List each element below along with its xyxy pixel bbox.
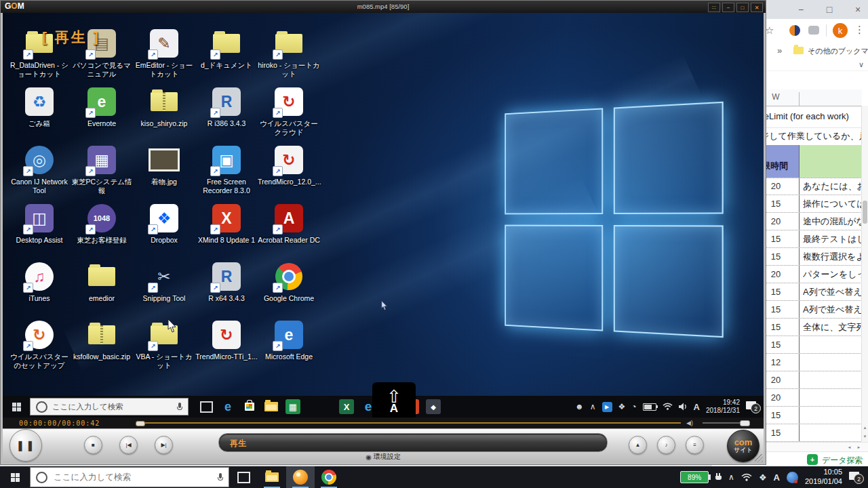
desktop-icon: ↻ ↗ TrendMicro_12.0_... xyxy=(258,144,320,203)
windows-icon xyxy=(12,403,21,411)
profile-avatar[interactable]: k xyxy=(833,23,848,38)
bookmark-star-icon[interactable]: ☆ xyxy=(765,24,774,37)
shortcut-arrow-icon: ↗ xyxy=(210,49,220,60)
bookmarks-overflow-icon[interactable]: » xyxy=(777,45,782,56)
taskbar-clock[interactable]: 10:05 2019/01/04 xyxy=(805,468,842,487)
preferences-button[interactable]: ◉ 環境設定 xyxy=(366,452,401,462)
sheet-cell-text[interactable]: 複数行選択をより xyxy=(803,248,862,265)
ime-indicator[interactable]: A xyxy=(774,472,780,483)
desktop-icon: ↗ ksfollow_basic.zip xyxy=(71,319,133,378)
explore-icon[interactable]: + xyxy=(807,454,818,465)
desktop-icon: ♫ ↗ iTunes xyxy=(8,261,71,319)
pause-button[interactable]: ❚❚ xyxy=(9,429,42,462)
sheet-cell-text[interactable]: A列で並べ替えする xyxy=(803,301,862,318)
file-explorer-button[interactable] xyxy=(258,466,286,488)
notification-center-icon[interactable]: 2 xyxy=(849,472,863,483)
sheet-cell-text[interactable]: 操作についてはよ xyxy=(803,195,862,212)
scroll-up-icon[interactable]: ▲ xyxy=(862,424,868,432)
sheet-cell-text[interactable] xyxy=(803,424,862,441)
app-tray-icon[interactable] xyxy=(787,472,798,483)
gom-titlebar[interactable]: GOM m085.mp4 [85/90] ∷ − □ ✕ xyxy=(1,1,766,13)
taskbar-search-box[interactable] xyxy=(30,467,229,487)
gom-maximize-button[interactable]: □ xyxy=(736,3,749,12)
stop-button[interactable]: ■ xyxy=(84,436,102,454)
sheet-cell-text[interactable]: 途中の混乱がなく xyxy=(803,213,862,230)
video-notification-icon: 2 xyxy=(746,401,760,412)
next-button[interactable]: ▶| xyxy=(155,436,173,454)
scroll-left-icon[interactable]: ◄ xyxy=(846,444,853,451)
video-surface[interactable]: ↗ R_DataDriven - ショートカット ▤ ↗ パソコンで見るマニュア… xyxy=(3,13,764,418)
sheet-cell-text[interactable]: A列で並べ替えする xyxy=(803,283,862,300)
shortcut-arrow-icon: ↗ xyxy=(23,49,33,60)
gom-menu-button[interactable]: ∷ xyxy=(708,3,720,12)
sheet-cell-text[interactable] xyxy=(803,336,862,353)
gom-player-taskbar-button[interactable] xyxy=(286,466,315,488)
video-clock-date: 2018/12/31 xyxy=(706,407,740,415)
desktop-icon: X ↗ XMind 8 Update 1 xyxy=(195,203,258,261)
desktop-icon-label: TrendMicro_12.0_... xyxy=(258,178,320,186)
volume-handle[interactable] xyxy=(740,420,750,426)
battery-indicator[interactable]: 89% xyxy=(680,471,709,483)
battery-icon xyxy=(643,403,656,411)
scroll-down-icon[interactable]: ▼ xyxy=(862,433,868,441)
eject-button[interactable]: ▲ xyxy=(629,436,647,454)
desktop-icon: ↻ ↗ ウイルスバスター クラウド xyxy=(258,86,320,144)
search-input[interactable] xyxy=(52,472,218,483)
wifi-icon[interactable] xyxy=(741,473,752,482)
shortcut-arrow-icon: ↗ xyxy=(148,49,158,60)
microphone-icon[interactable] xyxy=(218,473,223,482)
start-button[interactable] xyxy=(0,466,30,488)
browser-close-button[interactable]: × xyxy=(850,3,865,16)
audio-button[interactable]: ♪ xyxy=(657,436,675,454)
vertical-scrollbar[interactable]: ▲ ▼ xyxy=(861,106,868,442)
desktop-icon-label: kiso_shiryo.zip xyxy=(141,119,188,128)
shortcut-arrow-icon: ↗ xyxy=(273,341,283,351)
resize-grip[interactable] xyxy=(755,454,763,462)
shortcut-arrow-icon: ↗ xyxy=(210,283,220,293)
dropbox-icon[interactable]: ❖ xyxy=(759,472,767,483)
folder-icon xyxy=(151,92,178,111)
seek-handle[interactable] xyxy=(136,421,145,426)
sheet-cell-text[interactable]: 最終テストはしっ xyxy=(803,230,862,247)
sheet-cell-text[interactable] xyxy=(803,371,862,388)
gom-seek-strip: 00:00:00/00:00:42 ◀) xyxy=(3,418,764,428)
scrollbar-thumb[interactable] xyxy=(863,201,867,224)
browser-maximize-button[interactable]: □ xyxy=(822,3,837,16)
browser-minimize-button[interactable]: − xyxy=(793,3,808,16)
gom-status-text: 再生 xyxy=(230,438,246,449)
shortcut-arrow-icon: ↗ xyxy=(148,224,158,235)
other-bookmarks-label[interactable]: その他のブックマーク xyxy=(808,46,868,56)
sheet-cell-text[interactable]: あなたには、お題 xyxy=(803,178,862,195)
gom-minimize-button[interactable]: − xyxy=(722,3,734,12)
desktop-icon: e ↗ Evernote xyxy=(71,86,133,144)
notification-count: 2 xyxy=(854,474,864,484)
playlist-menu-button[interactable]: ≡ xyxy=(686,436,704,454)
explore-label[interactable]: データ探索 xyxy=(822,455,863,466)
sheet-header-cell-green[interactable] xyxy=(800,145,862,178)
chevron-up-icon[interactable]: ∧ xyxy=(728,472,734,482)
shortcut-arrow-icon: ↗ xyxy=(23,341,33,351)
desktop-icon: ▦ ↗ 東芝PCシステム情報 xyxy=(71,144,133,203)
speaker-icon xyxy=(679,403,688,411)
chevron-down-icon[interactable]: ∨ xyxy=(859,60,864,69)
sheet-cell-text[interactable] xyxy=(803,407,862,424)
scroll-right-icon[interactable]: ► xyxy=(855,444,863,451)
seek-bar[interactable] xyxy=(145,422,681,424)
browser-menu-icon[interactable]: ⋮ xyxy=(854,24,865,36)
gom-close-button[interactable]: ✕ xyxy=(751,3,763,12)
store-icon xyxy=(241,398,258,415)
desktop-icon-label: ksfollow_basic.zip xyxy=(73,352,130,361)
extension-chat-icon[interactable] xyxy=(808,26,819,35)
extension-icon[interactable] xyxy=(789,25,800,36)
sheet-cell-text[interactable] xyxy=(803,389,862,406)
task-view-button[interactable] xyxy=(229,466,258,488)
desktop-icon-label: iTunes xyxy=(28,294,50,303)
desktop-icon: ↗ emedior xyxy=(71,261,133,319)
up-arrow-icon: ⇧ xyxy=(387,390,401,403)
sheet-cell-text[interactable]: 全体に、文字列の xyxy=(803,319,862,336)
volume-icon[interactable]: ◀) xyxy=(686,420,693,426)
sheet-cell-text[interactable] xyxy=(803,354,862,371)
chrome-taskbar-button[interactable] xyxy=(315,466,343,488)
previous-button[interactable]: |◀ xyxy=(119,436,138,454)
sheet-cell-text[interactable]: パターンをしっか xyxy=(803,266,862,283)
